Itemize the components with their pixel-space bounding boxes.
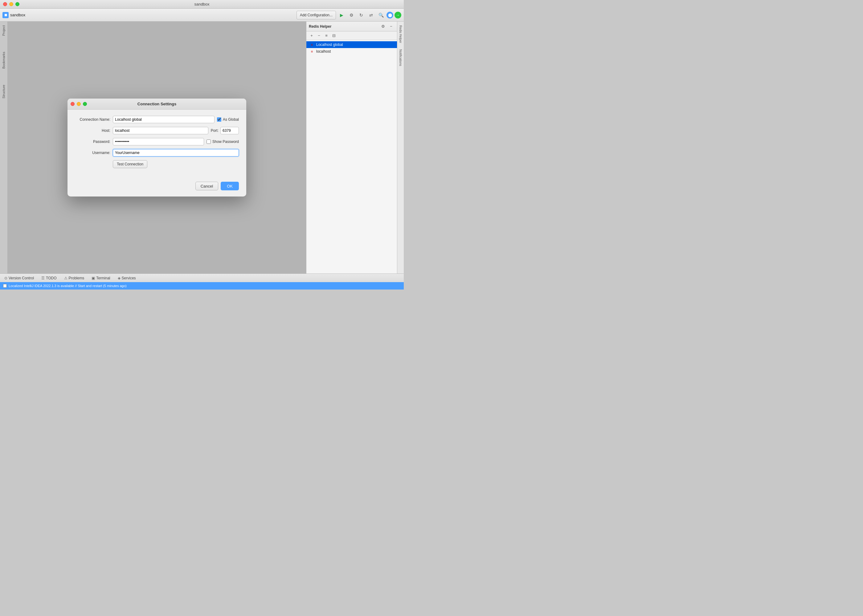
dialog-minimize-button[interactable]: [77, 102, 81, 106]
panel-gear-button[interactable]: ⚙: [380, 23, 386, 30]
password-label: Password:: [75, 140, 110, 144]
dialog-close-button[interactable]: [71, 102, 75, 106]
panel-add-button[interactable]: +: [308, 32, 315, 39]
host-label: Host:: [75, 129, 110, 133]
db-icon-localhost-global: ≡: [309, 42, 314, 47]
problems-tab[interactable]: ⚠ Problems: [63, 275, 86, 281]
close-button[interactable]: [3, 2, 7, 6]
as-global-label: As Global: [223, 117, 239, 122]
left-sidebar: Project Bookmarks Structure: [0, 22, 8, 273]
list-item-localhost-global[interactable]: ≡ Localhost global: [306, 41, 397, 48]
connection-name-row: Connection Name: As Global: [75, 116, 239, 123]
reload2-button[interactable]: ⇄: [367, 11, 375, 19]
cancel-button[interactable]: Cancel: [195, 182, 218, 190]
search-button[interactable]: 🔍: [376, 11, 385, 19]
panel-remove-button[interactable]: −: [316, 32, 323, 39]
terminal-icon: ▣: [91, 276, 95, 280]
main-content: Connection Settings Connection Name: As …: [8, 22, 306, 273]
main-layout: Project Bookmarks Structure Connection S…: [0, 22, 404, 273]
password-input[interactable]: [113, 138, 204, 145]
terminal-tab[interactable]: ▣ Terminal: [90, 275, 111, 281]
bottom-bar: ⊙ Version Control ☰ TODO ⚠ Problems ▣ Te…: [0, 273, 404, 282]
modal-overlay: Connection Settings Connection Name: As …: [8, 22, 306, 273]
dialog-window-controls: [71, 102, 87, 106]
services-tab[interactable]: ◈ Services: [117, 275, 137, 281]
dialog-maximize-button[interactable]: [83, 102, 87, 106]
connection-settings-dialog: Connection Settings Connection Name: As …: [68, 99, 246, 196]
panel-header-icons: ⚙ −: [380, 23, 395, 30]
right-panel: Redis Helper ⚙ − + − ≡ ⊟ ≡ Localhost glo…: [306, 22, 397, 273]
connection-name-input[interactable]: [113, 116, 214, 123]
window-title: sandbox: [194, 2, 209, 6]
panel-align-button[interactable]: ≡: [323, 32, 330, 39]
status-text: Localized IntelliJ IDEA 2022.1.3 is avai…: [9, 284, 127, 288]
dialog-title: Connection Settings: [137, 102, 176, 106]
show-password-group: Show Password: [206, 140, 239, 144]
status-bar: Localized IntelliJ IDEA 2022.1.3 is avai…: [0, 282, 404, 289]
host-input[interactable]: [113, 127, 208, 134]
db-icon-localhost: ≡: [309, 49, 314, 54]
panel-filter-button[interactable]: ⊟: [331, 32, 337, 39]
username-row: Username:: [75, 149, 239, 156]
connection-name-label: Connection Name:: [75, 117, 110, 122]
window-controls: [3, 2, 19, 6]
password-row: Password: Show Password: [75, 138, 239, 145]
todo-tab[interactable]: ☰ TODO: [40, 275, 58, 281]
dialog-footer: Cancel OK: [68, 178, 246, 196]
structure-panel-tab[interactable]: Structure: [1, 83, 6, 100]
test-connection-row: Test Connection: [75, 160, 239, 168]
services-label: Services: [122, 276, 136, 280]
port-label: Port:: [211, 129, 219, 133]
port-group: Port:: [211, 127, 239, 134]
reload-button[interactable]: ↻: [357, 11, 365, 19]
dialog-body: Connection Name: As Global Host: Port:: [68, 110, 246, 178]
panel-close-button[interactable]: −: [388, 23, 395, 30]
status-checkbox[interactable]: [3, 284, 7, 288]
dialog-titlebar: Connection Settings: [68, 99, 246, 110]
version-control-label: Version Control: [9, 276, 34, 280]
todo-icon: ☰: [41, 276, 45, 280]
port-input[interactable]: [220, 127, 239, 134]
project-section: ◼ sandbox: [2, 12, 25, 18]
run-button[interactable]: ▶: [337, 11, 346, 19]
minimize-button[interactable]: [9, 2, 13, 6]
as-global-group: As Global: [217, 117, 239, 122]
project-icon: ◼: [2, 12, 9, 18]
project-panel-tab[interactable]: Project: [1, 24, 6, 37]
problems-label: Problems: [69, 276, 85, 280]
problems-icon: ⚠: [64, 276, 68, 280]
todo-label: TODO: [46, 276, 57, 280]
redis-connections-list: ≡ Localhost global ≡ localhost: [306, 40, 397, 273]
right-panel-header: Redis Helper ⚙ −: [306, 22, 397, 31]
indicator-button[interactable]: →: [395, 12, 401, 19]
list-item-label-localhost-global: Localhost global: [316, 42, 343, 47]
add-configuration-button[interactable]: Add Configuration...: [296, 11, 336, 19]
right-sidebar: Redis Helper Notifications: [397, 22, 404, 273]
as-global-checkbox[interactable]: [217, 117, 221, 122]
title-bar: sandbox: [0, 0, 404, 9]
list-item-label-localhost: localhost: [316, 49, 331, 53]
maximize-button[interactable]: [16, 2, 19, 6]
notifications-tab[interactable]: Notifications: [398, 48, 403, 67]
services-icon: ◈: [118, 276, 121, 280]
host-row: Host: Port:: [75, 127, 239, 134]
username-label: Username:: [75, 151, 110, 155]
show-password-checkbox[interactable]: [206, 140, 211, 144]
username-input[interactable]: [113, 149, 239, 156]
version-control-tab[interactable]: ⊙ Version Control: [3, 275, 35, 281]
panel-toolbar: + − ≡ ⊟: [306, 31, 397, 40]
terminal-label: Terminal: [96, 276, 110, 280]
list-item-localhost[interactable]: ≡ localhost: [306, 48, 397, 55]
show-password-label: Show Password: [213, 140, 239, 144]
panel-title: Redis Helper: [309, 24, 331, 29]
version-control-icon: ⊙: [4, 276, 7, 280]
profile-button[interactable]: ⬤: [386, 12, 393, 19]
bookmarks-panel-tab[interactable]: Bookmarks: [1, 50, 6, 70]
redis-helper-tab[interactable]: Redis Helper: [398, 24, 403, 44]
ok-button[interactable]: OK: [220, 182, 239, 190]
toolbar: ◼ sandbox Add Configuration... ▶ ⚙ ↻ ⇄ 🔍…: [0, 9, 404, 22]
project-name: sandbox: [10, 13, 25, 17]
build-button[interactable]: ⚙: [347, 11, 356, 19]
test-connection-button[interactable]: Test Connection: [113, 160, 147, 168]
